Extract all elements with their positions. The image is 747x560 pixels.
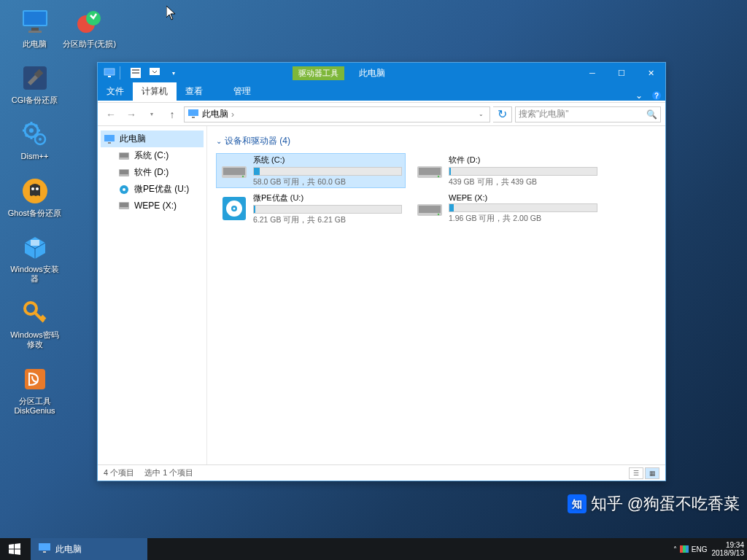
navigation-pane: 此电脑 系统 (C:) 软件 (D:) 微PE优盘 (U:) WEPE (X:) xyxy=(98,126,207,464)
svg-text:?: ? xyxy=(654,92,659,100)
help-icon[interactable]: ? xyxy=(648,90,665,101)
cursor-icon xyxy=(166,6,177,20)
svg-point-11 xyxy=(31,187,34,190)
refresh-button[interactable]: ↻ xyxy=(493,106,512,122)
nav-back-button[interactable]: ← xyxy=(102,106,120,123)
view-details-button[interactable]: ☰ xyxy=(629,467,643,479)
qat-properties-icon[interactable] xyxy=(127,65,144,81)
tab-view[interactable]: 查看 xyxy=(177,82,212,101)
svg-rect-42 xyxy=(419,168,441,175)
titlebar[interactable]: ▾ 驱动器工具 此电脑 ─ ☐ ✕ xyxy=(98,63,665,83)
tab-file[interactable]: 文件 xyxy=(98,82,133,101)
svg-rect-15 xyxy=(25,369,45,389)
explorer-window: ▾ 驱动器工具 此电脑 ─ ☐ ✕ 文件 计算机 查看 管理 ⌄ ? ← xyxy=(97,62,666,481)
view-tiles-button[interactable]: ▦ xyxy=(645,467,659,479)
hdd-icon xyxy=(415,156,444,185)
navitem-drive-d[interactable]: 软件 (D:) xyxy=(101,164,204,181)
watermark-text: 知 知乎 @狗蛋不吃香菜 xyxy=(568,493,740,515)
svg-point-35 xyxy=(123,188,125,191)
navitem-this-pc[interactable]: 此电脑 xyxy=(101,131,204,147)
tray-color-icon[interactable] xyxy=(680,545,689,553)
drive-usage-bar xyxy=(449,167,597,176)
qat-chevron-icon[interactable]: ▾ xyxy=(165,65,182,81)
svg-rect-21 xyxy=(132,69,139,71)
address-bar[interactable]: 此电脑 › ⌄ xyxy=(184,106,490,122)
address-monitor-icon xyxy=(187,109,199,120)
hammer-icon xyxy=(20,63,50,93)
svg-rect-18 xyxy=(104,69,115,75)
nav-recent-dropdown[interactable]: ▾ xyxy=(143,106,160,123)
svg-rect-56 xyxy=(683,545,686,553)
hdd-icon xyxy=(220,156,249,185)
desktop-icon-win-installer[interactable]: Windows安装器 xyxy=(7,233,62,284)
nav-up-button[interactable]: ↑ xyxy=(163,106,181,123)
drive-item[interactable]: 微PE优盘 (U:)6.21 GB 可用，共 6.21 GB xyxy=(216,191,406,226)
ghost-icon xyxy=(20,176,50,206)
address-dropdown-icon[interactable]: ⌄ xyxy=(475,111,487,117)
svg-point-50 xyxy=(438,214,439,215)
svg-rect-39 xyxy=(223,168,245,175)
search-input[interactable]: 搜索"此电脑" 🔍 xyxy=(515,106,661,122)
drive-space-text: 58.0 GB 可用，共 60.0 GB xyxy=(253,177,402,187)
svg-rect-22 xyxy=(132,72,139,74)
nav-forward-button[interactable]: → xyxy=(123,106,140,123)
box-icon xyxy=(20,233,50,262)
breadcrumb-chevron[interactable]: › xyxy=(231,109,234,120)
hdd-icon xyxy=(118,167,130,179)
tab-computer[interactable]: 计算机 xyxy=(133,82,177,101)
maximize-button[interactable]: ☐ xyxy=(607,63,636,83)
svg-rect-19 xyxy=(108,76,111,77)
monitor-icon xyxy=(38,542,51,556)
svg-text:知: 知 xyxy=(571,498,582,510)
drive-name: 微PE优盘 (U:) xyxy=(253,192,402,203)
svg-rect-33 xyxy=(120,170,128,174)
desktop-icon-partition[interactable]: 分区助手(无损) xyxy=(62,7,117,49)
hdd-icon xyxy=(415,194,444,223)
status-bar: 4 个项目 选中 1 个项目 ☰ ▦ xyxy=(98,464,665,481)
qat-icon-monitor[interactable] xyxy=(101,65,118,81)
desktop-icon-diskgenius[interactable]: 分区工具DiskGenius xyxy=(7,365,62,416)
navitem-drive-c[interactable]: 系统 (C:) xyxy=(101,147,204,164)
drive-item[interactable]: WEPE (X:)1.96 GB 可用，共 2.00 GB xyxy=(411,191,601,226)
desktop-icon-cgi-backup[interactable]: CGI备份还原 xyxy=(7,63,62,105)
drive-space-text: 1.96 GB 可用，共 2.00 GB xyxy=(449,214,597,224)
tray-chevron-up-icon[interactable]: ˄ xyxy=(673,545,677,553)
cd-drive-icon xyxy=(220,194,249,223)
ribbon-collapse-icon[interactable]: ⌄ xyxy=(630,90,648,101)
svg-rect-1 xyxy=(24,12,46,25)
key-icon xyxy=(20,298,50,327)
close-button[interactable]: ✕ xyxy=(636,63,665,83)
desktop-icon-dism[interactable]: Dism++ xyxy=(7,120,62,161)
taskbar-item-explorer[interactable]: 此电脑 xyxy=(31,538,147,560)
drive-item[interactable]: 软件 (D:)439 GB 可用，共 439 GB xyxy=(411,153,601,188)
monitor-icon xyxy=(104,133,115,145)
group-header[interactable]: ⌄ 设备和驱动器 (4) xyxy=(216,132,657,150)
svg-point-9 xyxy=(39,138,42,141)
tray-lang-indicator[interactable]: ENG xyxy=(692,545,708,553)
drive-usage-bar xyxy=(253,167,402,176)
drive-usage-bar xyxy=(253,205,402,214)
status-selection: 选中 1 个项目 xyxy=(144,467,193,478)
desktop-icon-ghost[interactable]: Ghost备份还原 xyxy=(7,176,62,218)
desktop-icon-win-pwd[interactable]: Windows密码修改 xyxy=(7,298,62,349)
content-pane: ⌄ 设备和驱动器 (4) 系统 (C:)58.0 GB 可用，共 60.0 GB… xyxy=(207,126,665,464)
tab-manage[interactable]: 管理 xyxy=(225,82,260,101)
svg-rect-37 xyxy=(120,203,128,207)
drive-item[interactable]: 系统 (C:)58.0 GB 可用，共 60.0 GB xyxy=(216,153,406,188)
svg-rect-27 xyxy=(192,117,195,118)
drive-name: 软件 (D:) xyxy=(449,155,597,166)
tray-clock[interactable]: 19:34 2018/9/13 xyxy=(712,541,745,557)
desktop-icon-this-pc[interactable]: 此电脑 xyxy=(7,7,62,49)
search-icon: 🔍 xyxy=(646,109,657,120)
drive-space-text: 439 GB 可用，共 439 GB xyxy=(449,177,597,187)
navitem-drive-u[interactable]: 微PE优盘 (U:) xyxy=(101,181,204,198)
svg-point-43 xyxy=(438,176,439,177)
svg-rect-54 xyxy=(43,551,46,553)
start-button[interactable] xyxy=(0,538,29,560)
minimize-button[interactable]: ─ xyxy=(578,63,607,83)
navitem-drive-x[interactable]: WEPE (X:) xyxy=(101,198,204,214)
drive-name: 系统 (C:) xyxy=(253,155,402,166)
qat-dropdown-icon[interactable] xyxy=(146,65,163,81)
svg-rect-55 xyxy=(680,545,683,553)
breadcrumb-item[interactable]: 此电脑 xyxy=(202,108,228,120)
